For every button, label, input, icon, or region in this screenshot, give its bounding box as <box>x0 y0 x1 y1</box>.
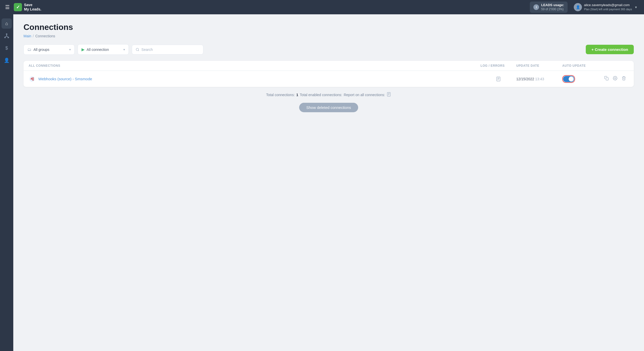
svg-rect-19 <box>387 93 390 96</box>
svg-line-4 <box>5 36 7 37</box>
logo-icon: ✓ <box>14 3 22 11</box>
svg-point-9 <box>33 77 34 78</box>
user-section[interactable]: 👤 alice.savemyleads@gmail.com Plan |Star… <box>571 1 640 13</box>
sidebar: ⌂ $ 👤 <box>0 14 13 351</box>
update-time-value: 13:43 <box>535 77 544 81</box>
col-date: UPDATE DATE <box>516 64 562 67</box>
table-header: ALL CONNECTIONS LOG / ERRORS UPDATE DATE… <box>24 61 634 71</box>
topnav: ☰ ✓ Save My Leads. i LEADS usage: 59 of … <box>0 0 644 14</box>
info-icon: i <box>533 4 539 10</box>
sidebar-item-home[interactable]: ⌂ <box>2 18 12 29</box>
dollar-icon: $ <box>5 46 8 51</box>
toggle-highlighted <box>562 75 575 83</box>
page-title: Connections <box>24 22 634 32</box>
settings-button[interactable] <box>612 75 618 83</box>
auto-update-cell <box>562 75 603 83</box>
group-dropdown[interactable]: 🗂 All groups ▾ <box>24 44 75 55</box>
search-field[interactable] <box>142 48 200 52</box>
row-actions <box>603 75 629 83</box>
total-connections-label: Total connections: <box>266 93 295 97</box>
connection-link[interactable]: Webhooks (source) - Smsmode <box>38 77 92 81</box>
svg-line-7 <box>138 50 139 51</box>
status-dropdown-label: All connection <box>87 48 121 52</box>
logo: ✓ Save My Leads. <box>14 3 41 12</box>
group-dropdown-label: All groups <box>33 48 67 52</box>
account-icon: 👤 <box>4 58 9 63</box>
breadcrumb: Main / Connections <box>24 34 634 38</box>
chevron-down-icon: ▾ <box>69 48 71 51</box>
chevron-down-icon: ▾ <box>123 48 125 51</box>
toolbar: 🗂 All groups ▾ ▶ All connection ▾ + Crea… <box>24 44 634 55</box>
update-date-cell: 12/15/2022 13:43 <box>516 77 562 81</box>
report-label: Report on all connections: <box>344 93 385 97</box>
svg-point-10 <box>33 80 34 80</box>
col-actions <box>603 64 629 67</box>
folder-icon: 🗂 <box>27 47 31 52</box>
col-name: ALL CONNECTIONS <box>29 64 481 67</box>
leads-usage[interactable]: i LEADS usage: 59 of 2'000 (3%) <box>530 2 568 13</box>
svg-rect-17 <box>606 78 608 80</box>
user-info: alice.savemyleads@gmail.com Plan |Start|… <box>584 3 632 12</box>
logo-text: Save My Leads. <box>24 3 41 12</box>
connections-footer: Total connections: 1 Total enabled conne… <box>24 92 634 98</box>
sidebar-item-account[interactable]: 👤 <box>2 55 12 65</box>
chevron-down-icon: ▾ <box>635 5 637 9</box>
delete-button[interactable] <box>620 75 627 83</box>
connection-name-cell: Webhooks (source) - Smsmode <box>29 75 481 83</box>
menu-icon[interactable]: ☰ <box>4 3 11 11</box>
show-deleted-button[interactable]: Show deleted connections <box>299 103 358 112</box>
total-connections-value: 1 <box>296 93 298 97</box>
avatar: 👤 <box>574 3 582 11</box>
breadcrumb-separator: / <box>33 34 34 38</box>
svg-rect-13 <box>497 77 500 81</box>
status-dropdown[interactable]: ▶ All connection ▾ <box>78 44 129 55</box>
home-icon: ⌂ <box>5 21 8 26</box>
logo-check-icon: ✓ <box>16 4 20 10</box>
play-icon: ▶ <box>81 47 85 52</box>
col-auto-update: AUTO UPDATE <box>562 64 603 67</box>
search-icon <box>136 48 139 52</box>
breadcrumb-current: Connections <box>35 34 55 38</box>
connections-table: ALL CONNECTIONS LOG / ERRORS UPDATE DATE… <box>24 61 634 87</box>
svg-point-0 <box>6 34 7 35</box>
svg-point-18 <box>615 78 616 79</box>
sidebar-item-billing[interactable]: $ <box>2 43 12 53</box>
svg-line-5 <box>7 36 8 37</box>
report-icon[interactable] <box>387 92 391 98</box>
toggle-knob <box>569 76 574 82</box>
connections-icon <box>4 33 9 39</box>
main-content: Connections Main / Connections 🗂 All gro… <box>13 14 644 351</box>
search-input-wrapper[interactable] <box>132 45 203 54</box>
create-connection-button[interactable]: + Create connection <box>586 45 634 54</box>
sidebar-item-connections[interactable] <box>2 31 12 41</box>
update-date-value: 12/15/2022 <box>516 77 534 81</box>
leads-usage-text: LEADS usage: 59 of 2'000 (3%) <box>541 3 564 11</box>
log-icon[interactable] <box>481 76 516 82</box>
table-row: Webhooks (source) - Smsmode 12/15/2022 1… <box>24 71 634 87</box>
auto-update-toggle[interactable] <box>563 76 574 82</box>
svg-point-8 <box>31 78 31 79</box>
copy-button[interactable] <box>603 75 610 83</box>
svg-point-6 <box>136 48 139 51</box>
breadcrumb-main-link[interactable]: Main <box>24 34 31 38</box>
col-log: LOG / ERRORS <box>481 64 516 67</box>
webhook-icon <box>29 75 36 83</box>
total-enabled-label: Total enabled connections: <box>300 93 342 97</box>
